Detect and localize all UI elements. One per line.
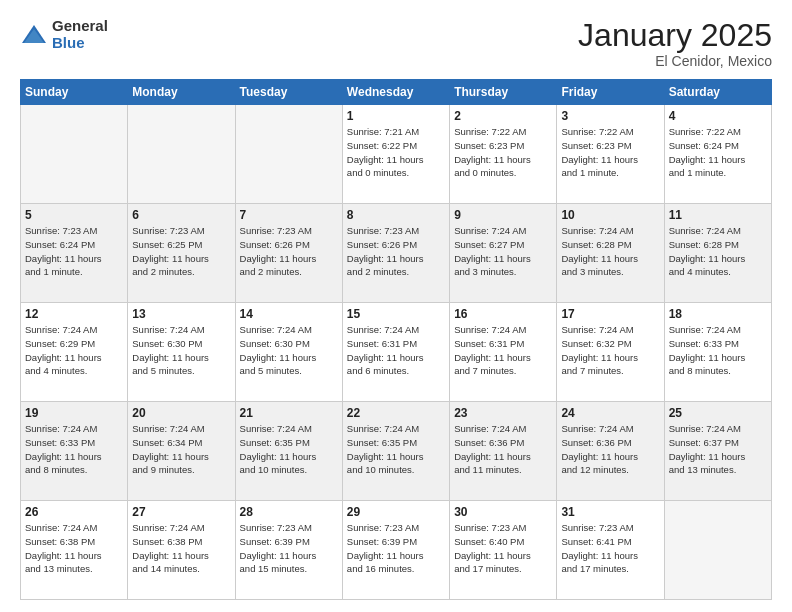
day-info: Sunrise: 7:24 AM Sunset: 6:37 PM Dayligh… [669,422,767,477]
day-number: 21 [240,406,338,420]
month-title: January 2025 [578,18,772,53]
calendar-week-row: 12Sunrise: 7:24 AM Sunset: 6:29 PM Dayli… [21,303,772,402]
day-info: Sunrise: 7:24 AM Sunset: 6:31 PM Dayligh… [454,323,552,378]
table-row: 30Sunrise: 7:23 AM Sunset: 6:40 PM Dayli… [450,501,557,600]
table-row [21,105,128,204]
header-wednesday: Wednesday [342,80,449,105]
day-number: 26 [25,505,123,519]
table-row: 9Sunrise: 7:24 AM Sunset: 6:27 PM Daylig… [450,204,557,303]
calendar-week-row: 1Sunrise: 7:21 AM Sunset: 6:22 PM Daylig… [21,105,772,204]
day-info: Sunrise: 7:24 AM Sunset: 6:28 PM Dayligh… [669,224,767,279]
day-number: 24 [561,406,659,420]
table-row: 29Sunrise: 7:23 AM Sunset: 6:39 PM Dayli… [342,501,449,600]
day-number: 11 [669,208,767,222]
table-row: 11Sunrise: 7:24 AM Sunset: 6:28 PM Dayli… [664,204,771,303]
table-row: 22Sunrise: 7:24 AM Sunset: 6:35 PM Dayli… [342,402,449,501]
logo: General Blue [20,18,108,51]
header-monday: Monday [128,80,235,105]
day-info: Sunrise: 7:24 AM Sunset: 6:30 PM Dayligh… [240,323,338,378]
day-info: Sunrise: 7:24 AM Sunset: 6:33 PM Dayligh… [25,422,123,477]
table-row: 10Sunrise: 7:24 AM Sunset: 6:28 PM Dayli… [557,204,664,303]
table-row: 5Sunrise: 7:23 AM Sunset: 6:24 PM Daylig… [21,204,128,303]
day-info: Sunrise: 7:24 AM Sunset: 6:35 PM Dayligh… [347,422,445,477]
logo-icon [20,21,48,49]
table-row: 23Sunrise: 7:24 AM Sunset: 6:36 PM Dayli… [450,402,557,501]
calendar-week-row: 26Sunrise: 7:24 AM Sunset: 6:38 PM Dayli… [21,501,772,600]
table-row: 8Sunrise: 7:23 AM Sunset: 6:26 PM Daylig… [342,204,449,303]
day-number: 20 [132,406,230,420]
table-row: 7Sunrise: 7:23 AM Sunset: 6:26 PM Daylig… [235,204,342,303]
day-number: 17 [561,307,659,321]
day-info: Sunrise: 7:24 AM Sunset: 6:32 PM Dayligh… [561,323,659,378]
day-number: 30 [454,505,552,519]
day-info: Sunrise: 7:24 AM Sunset: 6:35 PM Dayligh… [240,422,338,477]
table-row: 24Sunrise: 7:24 AM Sunset: 6:36 PM Dayli… [557,402,664,501]
day-info: Sunrise: 7:24 AM Sunset: 6:30 PM Dayligh… [132,323,230,378]
table-row: 18Sunrise: 7:24 AM Sunset: 6:33 PM Dayli… [664,303,771,402]
table-row: 28Sunrise: 7:23 AM Sunset: 6:39 PM Dayli… [235,501,342,600]
day-info: Sunrise: 7:24 AM Sunset: 6:38 PM Dayligh… [25,521,123,576]
day-info: Sunrise: 7:23 AM Sunset: 6:40 PM Dayligh… [454,521,552,576]
page: General Blue January 2025 El Cenidor, Me… [0,0,792,612]
table-row [664,501,771,600]
day-number: 19 [25,406,123,420]
header: General Blue January 2025 El Cenidor, Me… [20,18,772,69]
day-number: 16 [454,307,552,321]
weekday-header-row: Sunday Monday Tuesday Wednesday Thursday… [21,80,772,105]
day-info: Sunrise: 7:23 AM Sunset: 6:25 PM Dayligh… [132,224,230,279]
day-number: 3 [561,109,659,123]
header-thursday: Thursday [450,80,557,105]
day-info: Sunrise: 7:23 AM Sunset: 6:39 PM Dayligh… [347,521,445,576]
day-info: Sunrise: 7:22 AM Sunset: 6:23 PM Dayligh… [561,125,659,180]
table-row: 17Sunrise: 7:24 AM Sunset: 6:32 PM Dayli… [557,303,664,402]
day-number: 22 [347,406,445,420]
day-number: 25 [669,406,767,420]
day-number: 4 [669,109,767,123]
day-number: 14 [240,307,338,321]
day-number: 18 [669,307,767,321]
day-info: Sunrise: 7:21 AM Sunset: 6:22 PM Dayligh… [347,125,445,180]
day-number: 27 [132,505,230,519]
table-row: 13Sunrise: 7:24 AM Sunset: 6:30 PM Dayli… [128,303,235,402]
logo-blue: Blue [52,35,108,52]
table-row [128,105,235,204]
logo-general: General [52,18,108,35]
day-number: 1 [347,109,445,123]
table-row: 20Sunrise: 7:24 AM Sunset: 6:34 PM Dayli… [128,402,235,501]
day-info: Sunrise: 7:23 AM Sunset: 6:39 PM Dayligh… [240,521,338,576]
table-row: 31Sunrise: 7:23 AM Sunset: 6:41 PM Dayli… [557,501,664,600]
table-row: 2Sunrise: 7:22 AM Sunset: 6:23 PM Daylig… [450,105,557,204]
day-number: 5 [25,208,123,222]
header-sunday: Sunday [21,80,128,105]
header-tuesday: Tuesday [235,80,342,105]
table-row: 12Sunrise: 7:24 AM Sunset: 6:29 PM Dayli… [21,303,128,402]
day-number: 13 [132,307,230,321]
day-info: Sunrise: 7:24 AM Sunset: 6:38 PM Dayligh… [132,521,230,576]
logo-text: General Blue [52,18,108,51]
table-row: 6Sunrise: 7:23 AM Sunset: 6:25 PM Daylig… [128,204,235,303]
day-number: 7 [240,208,338,222]
table-row: 27Sunrise: 7:24 AM Sunset: 6:38 PM Dayli… [128,501,235,600]
day-number: 29 [347,505,445,519]
table-row: 1Sunrise: 7:21 AM Sunset: 6:22 PM Daylig… [342,105,449,204]
table-row: 16Sunrise: 7:24 AM Sunset: 6:31 PM Dayli… [450,303,557,402]
day-info: Sunrise: 7:24 AM Sunset: 6:33 PM Dayligh… [669,323,767,378]
day-info: Sunrise: 7:24 AM Sunset: 6:36 PM Dayligh… [561,422,659,477]
day-number: 31 [561,505,659,519]
day-info: Sunrise: 7:24 AM Sunset: 6:29 PM Dayligh… [25,323,123,378]
day-number: 15 [347,307,445,321]
day-info: Sunrise: 7:23 AM Sunset: 6:41 PM Dayligh… [561,521,659,576]
header-saturday: Saturday [664,80,771,105]
calendar-week-row: 5Sunrise: 7:23 AM Sunset: 6:24 PM Daylig… [21,204,772,303]
table-row: 4Sunrise: 7:22 AM Sunset: 6:24 PM Daylig… [664,105,771,204]
header-friday: Friday [557,80,664,105]
table-row: 3Sunrise: 7:22 AM Sunset: 6:23 PM Daylig… [557,105,664,204]
day-info: Sunrise: 7:24 AM Sunset: 6:34 PM Dayligh… [132,422,230,477]
day-info: Sunrise: 7:22 AM Sunset: 6:24 PM Dayligh… [669,125,767,180]
day-number: 8 [347,208,445,222]
calendar-week-row: 19Sunrise: 7:24 AM Sunset: 6:33 PM Dayli… [21,402,772,501]
title-block: January 2025 El Cenidor, Mexico [578,18,772,69]
day-info: Sunrise: 7:23 AM Sunset: 6:24 PM Dayligh… [25,224,123,279]
day-info: Sunrise: 7:22 AM Sunset: 6:23 PM Dayligh… [454,125,552,180]
calendar: Sunday Monday Tuesday Wednesday Thursday… [20,79,772,600]
